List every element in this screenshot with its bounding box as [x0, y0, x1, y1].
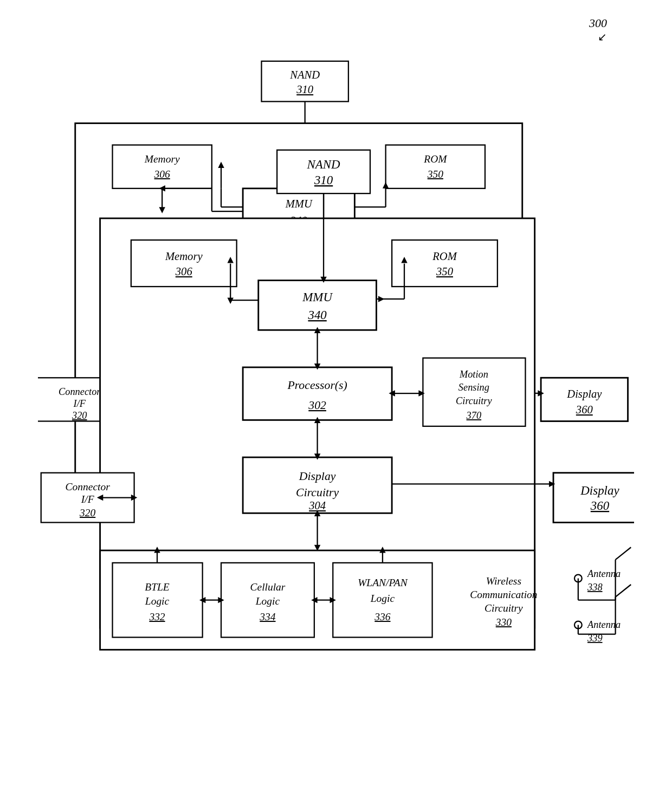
connector-num-2: 320 — [79, 507, 95, 518]
mmu-label-2: MMU — [302, 291, 333, 304]
display-circ-label-a: Display — [299, 470, 336, 483]
connector-label-a: Connector — [66, 481, 111, 492]
wlan-label-1: WLAN/PAN — [358, 578, 408, 589]
memory-num: 306 — [154, 168, 170, 180]
display-label: Display — [566, 388, 602, 400]
nand-num: 310 — [296, 83, 314, 95]
motion-label-b: Sensing — [458, 382, 489, 393]
btle-num: 332 — [148, 612, 165, 623]
btle-label-1: BTLE — [145, 582, 170, 593]
diagram-wrapper: NAND 310 SOC 301 Memory 306 ROM 350 MMU … — [38, 49, 634, 785]
memory-num-2: 306 — [175, 266, 193, 278]
memory-label-2: Memory — [165, 250, 203, 263]
motion-label-a: Motion — [459, 369, 488, 380]
nand-label: NAND — [289, 69, 320, 81]
svg-rect-45 — [259, 281, 377, 330]
memory-label: Memory — [144, 153, 180, 165]
wireless-num: 330 — [495, 617, 512, 628]
svg-rect-44 — [392, 240, 497, 287]
svg-rect-5 — [386, 145, 485, 189]
rom-label-2: ROM — [432, 250, 457, 262]
svg-rect-56 — [243, 367, 392, 420]
cellular-label-1: Cellular — [250, 582, 286, 593]
ref-300: 300 ↙ — [589, 16, 607, 43]
cellular-label-2: Logic — [255, 595, 280, 607]
cellular-num: 334 — [259, 612, 275, 623]
display-label-2: Display — [580, 484, 619, 497]
svg-rect-43 — [131, 240, 237, 287]
mmu-num-2: 340 — [307, 308, 327, 322]
motion-num-2: 370 — [466, 410, 482, 421]
connector-label-1: Connector — [59, 386, 101, 397]
motion-label-c: Circuitry — [456, 395, 492, 406]
display-circ-label-b: Circuitry — [296, 486, 339, 499]
antenna1-label: Antenna — [587, 569, 621, 580]
antenna2-label: Antenna — [587, 620, 621, 631]
btle-label-2: Logic — [145, 595, 170, 607]
rom-label: ROM — [423, 153, 448, 165]
antenna1-num: 338 — [587, 582, 603, 593]
display-circ-num-2: 304 — [308, 500, 326, 512]
rom-num-2: 350 — [436, 266, 454, 278]
processors-label-2: Processor(s) — [287, 379, 347, 392]
wireless-label-c: Circuitry — [484, 603, 523, 614]
processors-num-2: 302 — [308, 399, 326, 412]
connector-label-2: I/F — [73, 398, 86, 409]
svg-rect-39 — [277, 150, 370, 193]
antenna2-num: 339 — [587, 633, 603, 644]
nand-label-2: NAND — [307, 158, 341, 172]
svg-rect-4 — [113, 145, 212, 189]
arrow-300-icon: ↙ — [589, 30, 607, 43]
connector-label-b: I/F — [81, 494, 95, 505]
display-num: 360 — [576, 404, 593, 416]
rom-num: 350 — [427, 168, 443, 180]
svg-rect-75 — [553, 473, 634, 523]
wireless-label-b: Communication — [470, 589, 537, 601]
wireless-label-a: Wireless — [486, 575, 521, 587]
page-container: 300 ↙ NAND 310 SOC 301 Memory 306 ROM 35… — [38, 16, 634, 785]
connector-num: 320 — [72, 410, 87, 421]
ref-300-label: 300 — [589, 16, 607, 30]
wlan-num: 336 — [374, 612, 390, 623]
display-num-2: 360 — [590, 499, 610, 513]
wlan-label-2: Logic — [370, 593, 395, 604]
mmu-label: MMU — [285, 198, 313, 210]
nand-num-2: 310 — [314, 173, 333, 187]
